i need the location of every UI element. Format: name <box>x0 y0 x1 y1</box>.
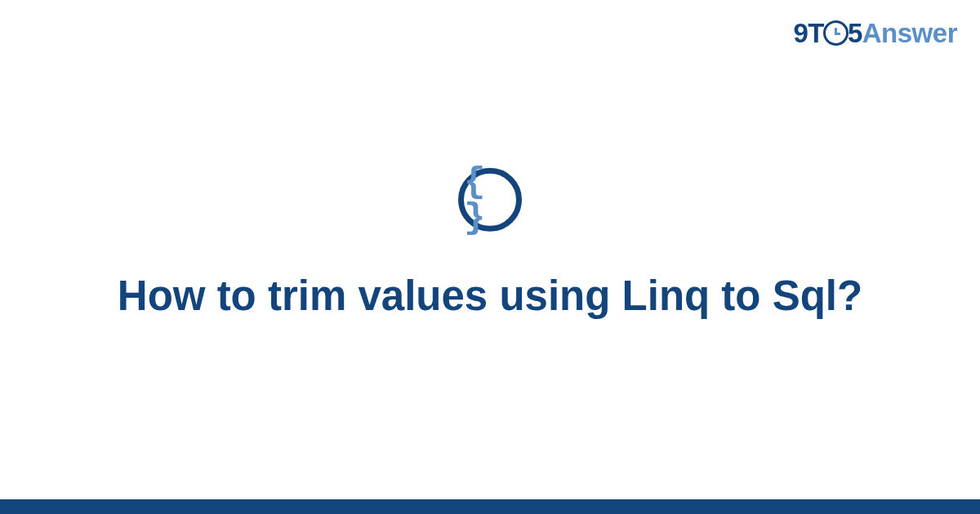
site-logo[interactable]: 9T5Answer <box>793 18 957 49</box>
main-content: { } How to trim values using Linq to Sql… <box>0 168 980 321</box>
clock-icon <box>823 20 849 46</box>
code-braces-icon: { } <box>458 168 522 232</box>
footer-accent-bar <box>0 499 980 514</box>
logo-text-5: 5 <box>848 18 862 48</box>
braces-glyph: { } <box>464 164 516 236</box>
logo-text-answer: Answer <box>862 18 957 48</box>
logo-text-9t: 9T <box>793 18 824 48</box>
page-title: How to trim values using Linq to Sql? <box>118 271 862 321</box>
